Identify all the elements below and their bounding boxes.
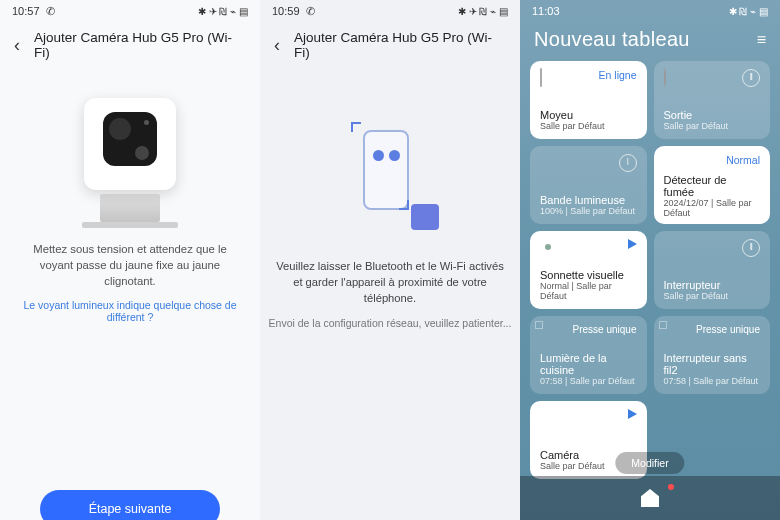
board-title: Nouveau tableau xyxy=(534,28,690,51)
tile-top xyxy=(664,239,761,259)
play-icon[interactable] xyxy=(628,409,637,419)
tile-top: Presse unique xyxy=(664,324,761,344)
power-icon[interactable] xyxy=(742,239,760,257)
notification-dot-icon xyxy=(668,484,674,490)
tile-sub: 07:58 | Salle par Défaut xyxy=(540,376,637,386)
popout-icon xyxy=(535,321,543,329)
tile-top: Normal xyxy=(664,154,761,174)
nav-bar xyxy=(520,476,780,520)
board-header: Nouveau tableau ≡ xyxy=(520,22,780,55)
screen-setup-step1: 10:57 ✆ ✱ ✈ ₪ ⌁ ▤ ‹ Ajouter Caméra Hub G… xyxy=(0,0,260,520)
whatsapp-icon: ✆ xyxy=(306,5,315,18)
device-icon xyxy=(540,154,560,174)
tile-sub: Salle par Défaut xyxy=(664,121,761,131)
tile-sub: Salle par Défaut xyxy=(540,121,637,131)
help-link[interactable]: Le voyant lumineux indique quelque chose… xyxy=(0,299,260,323)
device-icon xyxy=(664,154,684,174)
tile-top xyxy=(664,69,761,89)
page-title: Ajouter Caméra Hub G5 Pro (Wi-Fi) xyxy=(294,30,506,60)
tile-name: Interrupteur sans fil2 xyxy=(664,352,761,376)
progress-text: Envoi de la configuration réseau, veuill… xyxy=(260,317,520,329)
device-tile[interactable]: En ligneMoyeuSalle par Défaut xyxy=(530,61,647,139)
status-bar: 11:03 ✱ ₪ ⌁ ▤ xyxy=(520,0,780,22)
device-tile[interactable]: Presse uniqueInterrupteur sans fil207:58… xyxy=(654,316,771,394)
back-icon[interactable]: ‹ xyxy=(274,35,280,56)
tile-sub: 100% | Salle par Défaut xyxy=(540,206,637,216)
tile-top xyxy=(540,239,637,259)
clock: 10:57 xyxy=(12,5,40,17)
clock: 10:59 xyxy=(272,5,300,17)
state-label: Normal xyxy=(726,154,760,166)
tile-top: Presse unique xyxy=(540,324,637,344)
tile-name: Lumière de la cuisine xyxy=(540,352,637,376)
tile-text: Sonnette visuelleNormal | Salle par Défa… xyxy=(540,269,637,301)
device-icon xyxy=(664,69,684,89)
tile-sub: 2024/12/07 | Salle par Défaut xyxy=(664,198,761,218)
camera-illustration xyxy=(70,98,190,224)
tile-sub: 07:58 | Salle par Défaut xyxy=(664,376,761,386)
power-icon[interactable] xyxy=(742,69,760,87)
next-button[interactable]: Étape suivante xyxy=(40,490,220,520)
tile-name: Détecteur de fumée xyxy=(664,174,761,198)
play-icon[interactable] xyxy=(628,239,637,249)
tile-name: Sonnette visuelle xyxy=(540,269,637,281)
screen-setup-step2: 10:59 ✆ ✱ ✈ ₪ ⌁ ▤ ‹ Ajouter Caméra Hub G… xyxy=(260,0,520,520)
instruction-text: Veuillez laisser le Bluetooth et le Wi-F… xyxy=(260,258,520,307)
header: ‹ Ajouter Caméra Hub G5 Pro (Wi-Fi) xyxy=(0,22,260,68)
tile-text: Bande lumineuse100% | Salle par Défaut xyxy=(540,194,637,216)
device-tile[interactable]: Bande lumineuse100% | Salle par Défaut xyxy=(530,146,647,224)
tiles-grid: En ligneMoyeuSalle par DéfautSortieSalle… xyxy=(520,55,780,479)
whatsapp-icon: ✆ xyxy=(46,5,55,18)
status-icons: ✱ ✈ ₪ ⌁ ▤ xyxy=(198,6,248,17)
device-icon xyxy=(540,239,560,259)
tile-text: Détecteur de fumée2024/12/07 | Salle par… xyxy=(664,174,761,218)
device-icon xyxy=(540,324,560,344)
tile-top xyxy=(540,409,637,429)
tile-sub: Normal | Salle par Défaut xyxy=(540,281,637,301)
state-label: Presse unique xyxy=(573,324,637,335)
tile-text: SortieSalle par Défaut xyxy=(664,109,761,131)
status-bar: 10:57 ✆ ✱ ✈ ₪ ⌁ ▤ xyxy=(0,0,260,22)
tile-top xyxy=(540,154,637,174)
device-icon xyxy=(540,69,560,89)
modify-button[interactable]: Modifier xyxy=(615,452,684,474)
tile-name: Sortie xyxy=(664,109,761,121)
device-icon xyxy=(664,239,684,259)
state-label: En ligne xyxy=(599,69,637,81)
popout-icon xyxy=(659,321,667,329)
tile-text: MoyeuSalle par Défaut xyxy=(540,109,637,131)
device-tile[interactable]: InterrupteurSalle par Défaut xyxy=(654,231,771,309)
menu-icon[interactable]: ≡ xyxy=(757,31,766,49)
tile-top: En ligne xyxy=(540,69,637,89)
tile-name: Moyeu xyxy=(540,109,637,121)
home-icon[interactable] xyxy=(641,489,659,507)
device-tile[interactable]: Sonnette visuelleNormal | Salle par Défa… xyxy=(530,231,647,309)
screen-dashboard: 11:03 ✱ ₪ ⌁ ▤ Nouveau tableau ≡ En ligne… xyxy=(520,0,780,520)
tile-text: Lumière de la cuisine07:58 | Salle par D… xyxy=(540,352,637,386)
instruction-text: Mettez sous tension et attendez que le v… xyxy=(0,242,260,289)
device-icon xyxy=(664,324,684,344)
header: ‹ Ajouter Caméra Hub G5 Pro (Wi-Fi) xyxy=(260,22,520,68)
device-tile[interactable]: SortieSalle par Défaut xyxy=(654,61,771,139)
status-icons: ✱ ✈ ₪ ⌁ ▤ xyxy=(458,6,508,17)
device-icon xyxy=(540,409,560,429)
clock: 11:03 xyxy=(532,5,560,17)
tile-text: InterrupteurSalle par Défaut xyxy=(664,279,761,301)
tile-text: Interrupteur sans fil207:58 | Salle par … xyxy=(664,352,761,386)
device-tile[interactable]: Presse uniqueLumière de la cuisine07:58 … xyxy=(530,316,647,394)
tile-sub: Salle par Défaut xyxy=(664,291,761,301)
status-bar: 10:59 ✆ ✱ ✈ ₪ ⌁ ▤ xyxy=(260,0,520,22)
state-label: Presse unique xyxy=(696,324,760,335)
back-icon[interactable]: ‹ xyxy=(14,35,20,56)
power-icon[interactable] xyxy=(619,154,637,172)
pairing-illustration xyxy=(325,122,455,232)
status-icons: ✱ ₪ ⌁ ▤ xyxy=(729,6,768,17)
page-title: Ajouter Caméra Hub G5 Pro (Wi-Fi) xyxy=(34,30,246,60)
device-tile[interactable]: NormalDétecteur de fumée2024/12/07 | Sal… xyxy=(654,146,771,224)
tile-name: Bande lumineuse xyxy=(540,194,637,206)
tile-name: Interrupteur xyxy=(664,279,761,291)
